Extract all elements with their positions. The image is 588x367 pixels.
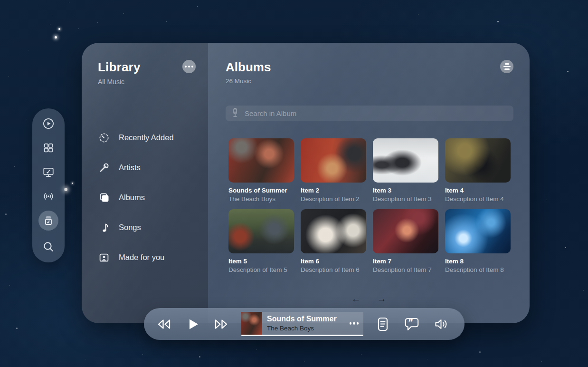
album-art — [301, 209, 366, 253]
album-description: Description of Item 7 — [373, 266, 438, 273]
app-rail — [32, 108, 65, 262]
rail-music-video-button[interactable] — [38, 162, 58, 182]
starfield — [0, 0, 0, 0]
music-note-icon — [98, 222, 110, 234]
album-card[interactable]: Item 3 Description of Item 3 — [373, 138, 438, 203]
quote-icon: ” — [404, 317, 419, 331]
sidebar-item-albums[interactable]: Albums — [98, 183, 203, 212]
sidebar-title: Library — [98, 60, 196, 75]
album-art — [228, 138, 294, 183]
star — [64, 188, 67, 191]
ellipsis-icon — [185, 66, 193, 68]
microphone-icon — [98, 162, 110, 174]
search-input[interactable] — [244, 109, 508, 118]
rail-browse-button[interactable] — [38, 138, 58, 158]
library-sidebar: Library All Music Recently Added — [82, 43, 208, 323]
album-card[interactable]: Item 8 Description of Item 8 — [445, 209, 511, 273]
album-title: Item 6 — [301, 258, 366, 265]
now-playing[interactable]: Sounds of Summer The Beach Boys — [241, 312, 363, 336]
next-page-arrow[interactable]: → — [377, 294, 387, 303]
album-description: Description of Item 6 — [301, 266, 366, 273]
now-playing-title: Sounds of Summer — [267, 315, 337, 323]
album-description: Description of Item 5 — [228, 266, 294, 273]
sort-lines-icon — [503, 63, 511, 70]
sidebar-item-label: Albums — [119, 193, 145, 202]
rewind-button[interactable] — [156, 318, 172, 330]
sidebar-item-songs[interactable]: Songs — [98, 212, 203, 242]
player-bar: Sounds of Summer The Beach Boys ” — [144, 308, 465, 340]
album-art — [228, 209, 294, 253]
album-title: Item 7 — [373, 258, 438, 265]
rail-radio-button[interactable] — [38, 186, 58, 206]
fast-forward-icon — [213, 318, 229, 330]
album-card[interactable]: Item 4 Description of Item 4 — [445, 138, 511, 203]
sidebar-item-made-for-you[interactable]: Made for you — [98, 242, 203, 272]
music-app-window: Library All Music Recently Added — [82, 43, 530, 323]
now-playing-menu-button[interactable] — [350, 322, 359, 325]
now-playing-art — [241, 312, 262, 335]
sidebar-item-artists[interactable]: Artists — [98, 153, 203, 183]
volume-button[interactable] — [434, 318, 448, 330]
now-playing-artist: The Beach Boys — [267, 325, 337, 332]
star — [72, 183, 73, 184]
star — [58, 28, 60, 30]
album-art — [301, 138, 366, 183]
svg-text:”: ” — [408, 317, 413, 327]
ellipsis-icon — [350, 322, 359, 325]
album-art — [373, 209, 438, 253]
album-card[interactable]: Item 7 Description of Item 7 — [373, 209, 438, 273]
grid-icon — [43, 142, 54, 154]
album-description: Description of Item 4 — [445, 195, 511, 203]
album-description: The Beach Boys — [228, 195, 294, 203]
lyrics-button[interactable] — [377, 317, 389, 331]
star — [55, 36, 57, 39]
album-art — [445, 209, 511, 253]
rail-play-circle-button[interactable] — [38, 114, 58, 134]
prev-page-arrow[interactable]: ← — [351, 294, 361, 303]
album-title: Sounds of Summer — [228, 187, 294, 194]
play-button[interactable] — [187, 318, 199, 331]
album-card[interactable]: Item 5 Description of Item 5 — [228, 209, 294, 273]
album-card[interactable]: Item 6 Description of Item 6 — [301, 209, 366, 273]
voice-mic-icon — [231, 107, 239, 120]
album-description: Description of Item 2 — [301, 195, 366, 203]
rail-library-button[interactable] — [38, 211, 58, 231]
sidebar-item-label: Made for you — [119, 253, 164, 262]
sidebar-item-recently-added[interactable]: Recently Added — [98, 123, 203, 153]
play-icon — [187, 318, 199, 331]
rewind-icon — [156, 318, 172, 330]
lyrics-icon — [377, 317, 389, 331]
album-card[interactable]: Sounds of Summer The Beach Boys — [228, 138, 294, 203]
library-box-icon — [42, 214, 55, 227]
album-grid: Sounds of Summer The Beach Boys Item 2 D… — [228, 138, 511, 273]
album-title: Item 4 — [445, 187, 511, 194]
now-playing-meta: Sounds of Summer The Beach Boys — [267, 312, 337, 335]
album-description: Description of Item 3 — [373, 195, 438, 203]
sidebar-item-label: Recently Added — [119, 133, 174, 142]
album-title: Item 8 — [445, 258, 511, 265]
album-title: Item 2 — [301, 187, 366, 194]
filter-button[interactable] — [500, 60, 513, 73]
pagination: ← → — [208, 294, 530, 303]
album-title: Item 5 — [228, 258, 294, 265]
search-bar — [226, 106, 513, 121]
page-title: Albums — [226, 60, 271, 75]
album-art — [445, 138, 511, 183]
person-card-icon — [98, 251, 110, 264]
album-card[interactable]: Item 2 Description of Item 2 — [301, 138, 366, 203]
volume-icon — [434, 318, 448, 330]
sidebar-item-label: Artists — [119, 163, 141, 172]
albums-header: Albums 26 Music — [226, 60, 271, 85]
radio-icon — [42, 190, 55, 203]
quote-button[interactable]: ” — [404, 317, 419, 331]
screen: Library All Music Recently Added — [0, 0, 588, 367]
album-description: Description of Item 8 — [445, 266, 511, 273]
rail-search-button[interactable] — [38, 237, 58, 257]
page-subtitle: 26 Music — [226, 77, 271, 85]
sidebar-nav: Recently Added Artists — [98, 123, 203, 272]
album-title: Item 3 — [373, 187, 438, 194]
sidebar-menu-button[interactable] — [182, 60, 196, 73]
play-circle-icon — [42, 117, 55, 130]
search-icon — [42, 241, 55, 253]
fast-forward-button[interactable] — [213, 318, 229, 330]
